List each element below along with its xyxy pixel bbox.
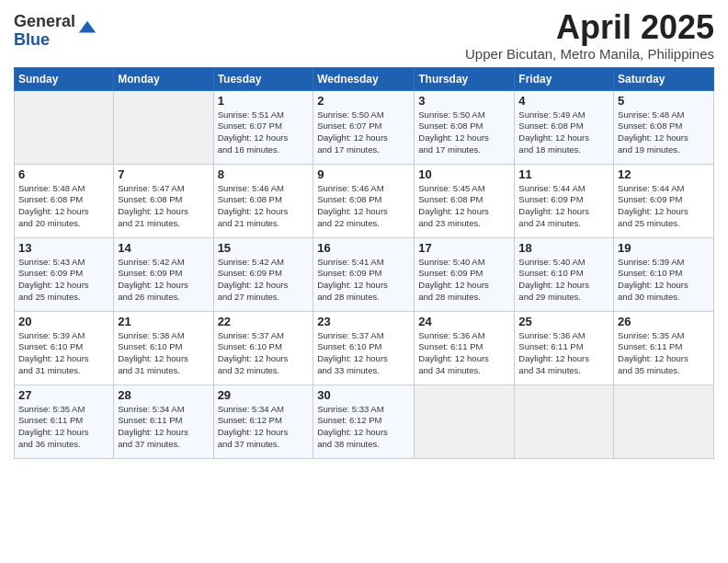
- calendar-cell: 7Sunrise: 5:47 AM Sunset: 6:08 PM Daylig…: [114, 164, 213, 237]
- logo-general: General: [14, 13, 75, 31]
- day-number: 7: [118, 167, 209, 181]
- day-info: Sunrise: 5:37 AM Sunset: 6:10 PM Dayligh…: [317, 330, 410, 377]
- calendar-cell: 17Sunrise: 5:40 AM Sunset: 6:09 PM Dayli…: [415, 237, 515, 311]
- calendar-cell: 12Sunrise: 5:44 AM Sunset: 6:09 PM Dayli…: [614, 164, 714, 237]
- day-info: Sunrise: 5:48 AM Sunset: 6:08 PM Dayligh…: [618, 109, 710, 156]
- logo-icon: [77, 17, 97, 38]
- calendar-cell: 10Sunrise: 5:45 AM Sunset: 6:08 PM Dayli…: [415, 164, 515, 237]
- day-number: 23: [317, 315, 410, 328]
- calendar-cell: 13Sunrise: 5:43 AM Sunset: 6:09 PM Dayli…: [15, 237, 114, 311]
- calendar-cell: [415, 385, 515, 458]
- week-row-2: 6Sunrise: 5:48 AM Sunset: 6:08 PM Daylig…: [15, 164, 714, 237]
- day-info: Sunrise: 5:45 AM Sunset: 6:08 PM Dayligh…: [418, 183, 510, 230]
- day-info: Sunrise: 5:42 AM Sunset: 6:09 PM Dayligh…: [118, 257, 209, 304]
- calendar-cell: [614, 385, 714, 458]
- day-number: 6: [18, 167, 109, 181]
- day-number: 28: [118, 388, 209, 402]
- day-number: 1: [218, 94, 310, 108]
- day-info: Sunrise: 5:44 AM Sunset: 6:09 PM Dayligh…: [618, 183, 710, 230]
- calendar-cell: 11Sunrise: 5:44 AM Sunset: 6:09 PM Dayli…: [515, 164, 614, 237]
- day-info: Sunrise: 5:46 AM Sunset: 6:08 PM Dayligh…: [218, 183, 310, 230]
- day-info: Sunrise: 5:42 AM Sunset: 6:09 PM Dayligh…: [218, 257, 310, 304]
- day-number: 3: [418, 94, 510, 108]
- location-title: Upper Bicutan, Metro Manila, Philippines: [465, 46, 714, 62]
- day-info: Sunrise: 5:40 AM Sunset: 6:09 PM Dayligh…: [418, 257, 510, 304]
- header: General Blue April 2025 Upper Bicutan, M…: [14, 9, 714, 62]
- calendar-cell: 1Sunrise: 5:51 AM Sunset: 6:07 PM Daylig…: [213, 90, 313, 164]
- weekday-header-thursday: Thursday: [415, 67, 515, 90]
- calendar-cell: 30Sunrise: 5:33 AM Sunset: 6:12 PM Dayli…: [313, 385, 415, 458]
- calendar-cell: 21Sunrise: 5:38 AM Sunset: 6:10 PM Dayli…: [114, 311, 213, 385]
- day-number: 5: [618, 94, 710, 108]
- calendar-cell: 5Sunrise: 5:48 AM Sunset: 6:08 PM Daylig…: [614, 90, 714, 164]
- day-info: Sunrise: 5:33 AM Sunset: 6:12 PM Dayligh…: [317, 404, 410, 451]
- day-number: 8: [218, 167, 310, 181]
- day-info: Sunrise: 5:35 AM Sunset: 6:11 PM Dayligh…: [618, 330, 710, 377]
- day-number: 16: [317, 241, 410, 255]
- day-info: Sunrise: 5:36 AM Sunset: 6:11 PM Dayligh…: [418, 330, 510, 377]
- day-number: 4: [518, 94, 609, 108]
- day-number: 14: [118, 241, 209, 255]
- calendar-cell: 15Sunrise: 5:42 AM Sunset: 6:09 PM Dayli…: [213, 237, 313, 311]
- day-info: Sunrise: 5:44 AM Sunset: 6:09 PM Dayligh…: [518, 183, 609, 230]
- day-number: 25: [518, 315, 609, 328]
- day-info: Sunrise: 5:47 AM Sunset: 6:08 PM Dayligh…: [118, 183, 209, 230]
- calendar-cell: 9Sunrise: 5:46 AM Sunset: 6:08 PM Daylig…: [313, 164, 415, 237]
- calendar-cell: 19Sunrise: 5:39 AM Sunset: 6:10 PM Dayli…: [614, 237, 714, 311]
- day-number: 11: [518, 167, 609, 181]
- calendar-cell: 6Sunrise: 5:48 AM Sunset: 6:08 PM Daylig…: [15, 164, 114, 237]
- calendar-cell: 14Sunrise: 5:42 AM Sunset: 6:09 PM Dayli…: [114, 237, 213, 311]
- calendar-cell: 8Sunrise: 5:46 AM Sunset: 6:08 PM Daylig…: [213, 164, 313, 237]
- day-info: Sunrise: 5:48 AM Sunset: 6:08 PM Dayligh…: [18, 183, 109, 230]
- day-info: Sunrise: 5:38 AM Sunset: 6:10 PM Dayligh…: [118, 330, 209, 377]
- svg-marker-0: [79, 20, 96, 32]
- calendar-cell: 16Sunrise: 5:41 AM Sunset: 6:09 PM Dayli…: [313, 237, 415, 311]
- day-info: Sunrise: 5:40 AM Sunset: 6:10 PM Dayligh…: [518, 257, 609, 304]
- day-info: Sunrise: 5:36 AM Sunset: 6:11 PM Dayligh…: [518, 330, 609, 377]
- calendar-cell: 24Sunrise: 5:36 AM Sunset: 6:11 PM Dayli…: [415, 311, 515, 385]
- weekday-header-friday: Friday: [515, 67, 614, 90]
- week-row-1: 1Sunrise: 5:51 AM Sunset: 6:07 PM Daylig…: [15, 90, 714, 164]
- day-number: 20: [18, 315, 109, 328]
- day-info: Sunrise: 5:34 AM Sunset: 6:12 PM Dayligh…: [218, 404, 310, 451]
- day-number: 17: [418, 241, 510, 255]
- day-number: 9: [317, 167, 410, 181]
- day-number: 18: [518, 241, 609, 255]
- day-info: Sunrise: 5:50 AM Sunset: 6:08 PM Dayligh…: [418, 109, 510, 156]
- calendar-cell: 4Sunrise: 5:49 AM Sunset: 6:08 PM Daylig…: [515, 90, 614, 164]
- title-area: April 2025 Upper Bicutan, Metro Manila, …: [465, 9, 714, 62]
- day-info: Sunrise: 5:37 AM Sunset: 6:10 PM Dayligh…: [218, 330, 310, 377]
- day-number: 19: [618, 241, 710, 255]
- weekday-header-monday: Monday: [114, 67, 213, 90]
- day-info: Sunrise: 5:34 AM Sunset: 6:11 PM Dayligh…: [118, 404, 209, 451]
- day-number: 22: [218, 315, 310, 328]
- calendar-cell: 28Sunrise: 5:34 AM Sunset: 6:11 PM Dayli…: [114, 385, 213, 458]
- calendar-cell: 20Sunrise: 5:39 AM Sunset: 6:10 PM Dayli…: [15, 311, 114, 385]
- calendar-cell: [515, 385, 614, 458]
- day-info: Sunrise: 5:35 AM Sunset: 6:11 PM Dayligh…: [18, 404, 109, 451]
- day-number: 13: [18, 241, 109, 255]
- weekday-header-saturday: Saturday: [614, 67, 714, 90]
- weekday-header-sunday: Sunday: [15, 67, 114, 90]
- day-number: 21: [118, 315, 209, 328]
- week-row-5: 27Sunrise: 5:35 AM Sunset: 6:11 PM Dayli…: [15, 385, 714, 458]
- day-number: 27: [18, 388, 109, 402]
- calendar-cell: 2Sunrise: 5:50 AM Sunset: 6:07 PM Daylig…: [313, 90, 415, 164]
- weekday-header-tuesday: Tuesday: [213, 67, 313, 90]
- week-row-4: 20Sunrise: 5:39 AM Sunset: 6:10 PM Dayli…: [15, 311, 714, 385]
- logo: General Blue: [14, 13, 97, 50]
- day-info: Sunrise: 5:39 AM Sunset: 6:10 PM Dayligh…: [18, 330, 109, 377]
- day-info: Sunrise: 5:51 AM Sunset: 6:07 PM Dayligh…: [218, 109, 310, 156]
- calendar-cell: [15, 90, 114, 164]
- calendar-cell: 22Sunrise: 5:37 AM Sunset: 6:10 PM Dayli…: [213, 311, 313, 385]
- calendar-cell: 3Sunrise: 5:50 AM Sunset: 6:08 PM Daylig…: [415, 90, 515, 164]
- weekday-header-wednesday: Wednesday: [313, 67, 415, 90]
- calendar-cell: 29Sunrise: 5:34 AM Sunset: 6:12 PM Dayli…: [213, 385, 313, 458]
- calendar-cell: 26Sunrise: 5:35 AM Sunset: 6:11 PM Dayli…: [614, 311, 714, 385]
- day-number: 2: [317, 94, 410, 108]
- calendar-cell: [114, 90, 213, 164]
- day-number: 10: [418, 167, 510, 181]
- calendar-cell: 18Sunrise: 5:40 AM Sunset: 6:10 PM Dayli…: [515, 237, 614, 311]
- day-info: Sunrise: 5:41 AM Sunset: 6:09 PM Dayligh…: [317, 257, 410, 304]
- day-number: 12: [618, 167, 710, 181]
